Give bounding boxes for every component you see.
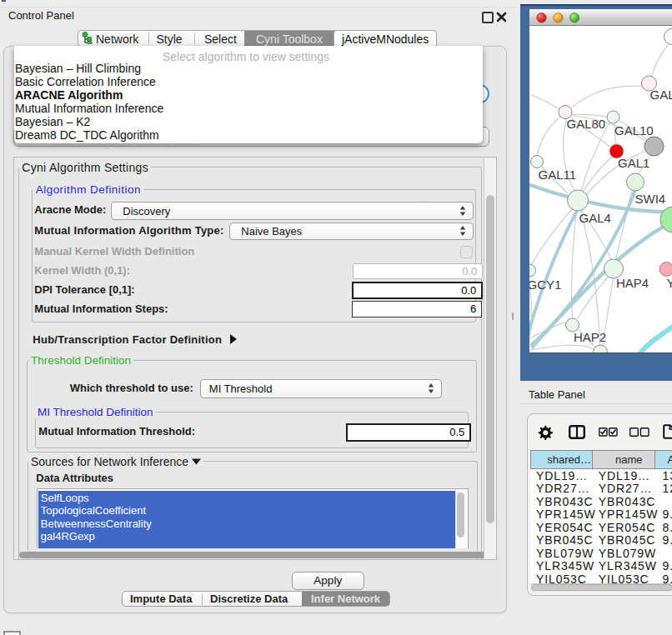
svg-text:GAL11: GAL11 [538, 167, 576, 181]
svg-text:HAP2: HAP2 [574, 330, 606, 344]
svg-text:GAL7: GAL7 [649, 88, 672, 102]
svg-text:SWI4: SWI4 [634, 191, 665, 205]
svg-text:GAL80: GAL80 [566, 117, 605, 131]
svg-text:GAL1: GAL1 [618, 156, 649, 170]
svg-text:GAL4: GAL4 [579, 210, 610, 224]
svg-text:GAL10: GAL10 [614, 123, 654, 138]
svg-text:HAP4: HAP4 [616, 276, 649, 290]
svg-text:GCY1: GCY1 [529, 277, 561, 291]
svg-text:YM: YM [666, 276, 672, 290]
